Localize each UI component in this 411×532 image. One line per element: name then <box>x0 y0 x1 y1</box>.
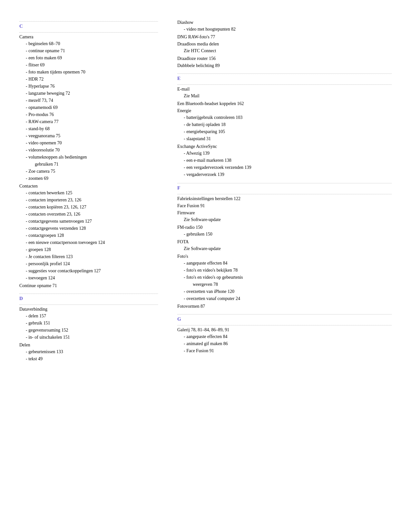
main-entry: Dataverbinding <box>19 307 158 312</box>
sub-entry: - delen 157 <box>26 313 158 319</box>
sub-entry: - Afwezig 139 <box>184 150 392 157</box>
main-entry: Contacten <box>19 184 158 189</box>
main-entry: Foto's <box>177 254 392 259</box>
sub-entry: - een vergaderverzoek verzenden 139 <box>184 164 392 171</box>
main-entry: Galerij 78, 81–84, 86–89, 91 <box>177 327 392 333</box>
sub-entry: - flitser 69 <box>26 62 158 68</box>
sub-entry: - stand-by 68 <box>26 125 158 132</box>
sub-entry: - Hyperlapse 76 <box>26 83 158 90</box>
section-divider <box>177 314 392 314</box>
main-entry: Continue opname 71 <box>19 283 158 288</box>
main-entry: Draadloos media delen <box>177 42 392 47</box>
section-divider <box>19 21 158 22</box>
section-divider-bottom <box>177 325 392 325</box>
sub-entry: Zie Mail <box>184 92 392 99</box>
sub-entry: Zie Software-update <box>184 216 392 223</box>
sub-entry: - persoonljik profiel 124 <box>26 260 158 267</box>
main-entry: Exchange ActiveSync <box>177 144 392 149</box>
sub-entry: - de batterij opladen 18 <box>184 121 392 128</box>
section-letter: D <box>19 296 158 301</box>
section-block: Camera- beginselen 68–70- continue opnam… <box>19 34 158 288</box>
main-entry: Firmware <box>177 210 392 216</box>
page: CCamera- beginselen 68–70- continue opna… <box>0 0 411 532</box>
section-divider-bottom <box>177 194 392 194</box>
sub-entry: - Je contacten filteren 123 <box>26 253 158 260</box>
section-letter: C <box>19 24 158 29</box>
sub-entry: - zoomen 69 <box>26 175 158 182</box>
main-entry: Fotovormen 87 <box>177 304 392 309</box>
sub-entry: - energiebesparing 105 <box>184 128 392 135</box>
sub-entry: - opnamemodi 69 <box>26 104 158 111</box>
sub-entry: - een e-mail markeren 138 <box>184 157 392 164</box>
sub-entry: - beginselen 68–70 <box>26 40 158 47</box>
section-letter: E <box>177 76 392 81</box>
sub-entry: - in- of uitschakelen 151 <box>26 334 158 341</box>
section-letter: G <box>177 316 392 322</box>
section-block: E-mailZie MailEen Bluetooth-headset kopp… <box>177 87 392 178</box>
main-entry: E-mail <box>177 87 392 92</box>
right-column: Diashow- video met hoogtepunten 82DNG RA… <box>177 18 392 367</box>
left-column: CCamera- beginselen 68–70- continue opna… <box>19 18 158 367</box>
sub-entry: - een foto maken 69 <box>26 54 158 61</box>
section-block: Galerij 78, 81–84, 86–89, 91- aangepaste… <box>177 327 392 354</box>
section-divider <box>19 294 158 294</box>
sub-entry: - contactgegevens samenvoegen 127 <box>26 218 158 225</box>
section-divider-bottom <box>177 84 392 85</box>
sub-entry: - groepen 128 <box>26 246 158 253</box>
main-entry: FOTA <box>177 239 392 245</box>
sub-entry: - gebruik 151 <box>26 320 158 326</box>
sub-entry: - mezelf 73, 74 <box>26 97 158 104</box>
sub-entry: - contacten bewerken 125 <box>26 189 158 196</box>
content-wrapper: CCamera- beginselen 68–70- continue opna… <box>19 18 392 367</box>
sub-entry: - contactgegevens verzenden 128 <box>26 225 158 232</box>
sub-entry: - gebeurtenissen 133 <box>26 348 158 355</box>
main-entry: Een Bluetooth-headset koppelen 162 <box>177 101 392 106</box>
section-block: Dataverbinding- delen 157- gebruik 151- … <box>19 307 158 362</box>
sub-entry: - aangepaste effecten 84 <box>184 333 392 340</box>
sub-entry: - gebruiken 150 <box>184 231 392 237</box>
sub-entry: Zie HTC Connect <box>184 47 392 54</box>
section-divider <box>177 73 392 74</box>
main-entry: Face Fusion 91 <box>177 203 392 208</box>
sub-entry: - vergaderverzoek 139 <box>184 171 392 178</box>
sub-entry-indent: weergeven 78 <box>193 281 392 288</box>
section-divider <box>177 183 392 183</box>
main-entry: Diashow <box>177 20 392 25</box>
sub-entry: - RAW-camera 77 <box>26 118 158 125</box>
sub-entry-indent: gebruiken 71 <box>35 161 158 168</box>
sub-entry: - veegpanorama 75 <box>26 132 158 139</box>
main-entry: Fabrieksinstellingen herstellen 122 <box>177 196 392 201</box>
main-entry: Energie <box>177 108 392 113</box>
sub-entry: - Face Fusion 91 <box>184 347 392 354</box>
sub-entry: Zie Software-update <box>184 245 392 252</box>
main-entry: Delen <box>19 343 158 348</box>
sub-entry: - een nieuwe contactpersoon toevoegen 12… <box>26 239 158 246</box>
sub-entry: - foto's en video's op gebeurtenis <box>184 274 392 281</box>
section-block: Fabrieksinstellingen herstellen 122Face … <box>177 196 392 309</box>
sub-entry: - video opnemen 70 <box>26 140 158 146</box>
sub-entry: - contacten importeren 23, 126 <box>26 197 158 203</box>
main-entry: Dubbbele belichting 89 <box>177 63 392 68</box>
sub-entry: - overzetten vanaf computer 24 <box>184 295 392 302</box>
sub-entry: - videoresolutie 70 <box>26 147 158 153</box>
sub-entry: - foto maken tijdens opnemen 70 <box>26 69 158 75</box>
sub-entry: - langzame beweging 72 <box>26 90 158 97</box>
sub-entry: - batterijgebruik controleren 103 <box>184 114 392 121</box>
sub-entry: - Pro-modus 76 <box>26 111 158 118</box>
sub-entry: - gegevensroaming 152 <box>26 327 158 334</box>
sub-entry: - continue opname 71 <box>26 47 158 54</box>
sub-entry: - toevoegen 124 <box>26 275 158 281</box>
sub-entry: - tekst 49 <box>26 355 158 362</box>
sub-entry: - HDR 72 <box>26 76 158 82</box>
main-entry: DNG RAW-foto's 77 <box>177 34 392 40</box>
section-divider-bottom <box>19 32 158 33</box>
main-entry: Camera <box>19 34 158 40</box>
section-letter: F <box>177 185 392 191</box>
sub-entry: - volumeknoppen als bedieningen <box>26 154 158 160</box>
sub-entry: - video met hoogtepunten 82 <box>184 26 392 33</box>
sub-entry: - suggesties voor contactkoppelingen 127 <box>26 267 158 274</box>
sub-entry: - aangepaste effecten 84 <box>184 260 392 266</box>
section-divider-bottom <box>19 305 158 305</box>
sub-entry: - foto's en video's bekijken 78 <box>184 267 392 274</box>
sub-entry: - slaapstand 31 <box>184 135 392 142</box>
